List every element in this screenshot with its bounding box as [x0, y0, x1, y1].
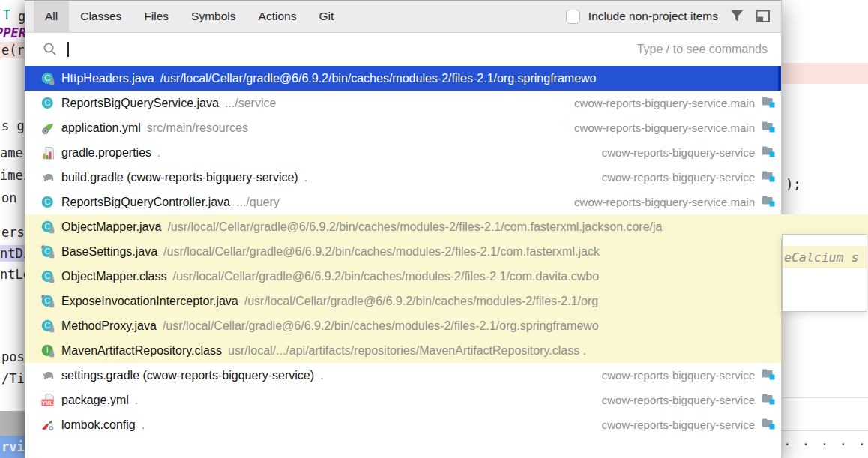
- text-caret: [67, 42, 69, 57]
- class-lock-icon: C: [41, 245, 55, 259]
- svg-text:I: I: [46, 346, 49, 355]
- result-module: cwow-reports-bigquery-service.main: [559, 97, 755, 109]
- result-module: cwow-reports-bigquery-service.main: [559, 196, 755, 208]
- interface-lock-icon: I: [41, 344, 55, 358]
- module-icon: [762, 169, 775, 185]
- filter-icon[interactable]: [729, 10, 744, 23]
- result-name: application.yml: [61, 121, 141, 135]
- hint-popup-text: eCalcium s: [783, 250, 858, 265]
- class-lock-icon: C: [41, 72, 55, 85]
- svg-text:C: C: [45, 197, 51, 206]
- result-path: .: [142, 418, 145, 432]
- result-path: .: [157, 146, 160, 160]
- result-row[interactable]: CExposeInvocationInterceptor.java/usr/lo…: [25, 289, 781, 313]
- result-row[interactable]: CHttpHeaders.java/usr/local/Cellar/gradl…: [25, 66, 781, 91]
- tab-actions[interactable]: Actions: [247, 1, 308, 32]
- ide-screen: { "dialog": { "title": "Search Everywher…: [0, 0, 868, 458]
- search-everywhere-dialog: AllClassesFilesSymbolsActionsGit Include…: [25, 0, 782, 458]
- tab-symbols[interactable]: Symbols: [180, 1, 247, 32]
- include-non-project-checkbox[interactable]: [566, 10, 580, 24]
- result-row[interactable]: lombok.config.cwow-reports-bigquery-serv…: [25, 412, 781, 437]
- properties-icon: [41, 146, 55, 160]
- result-name: MavenArtifactRepository.class: [61, 344, 222, 358]
- result-module: cwow-reports-bigquery-service: [587, 394, 755, 406]
- result-row[interactable]: CObjectMapper.class/usr/local/Cellar/gra…: [25, 264, 781, 289]
- result-name: MethodProxy.java: [61, 319, 157, 333]
- module-icon: [762, 120, 775, 136]
- class-icon: C: [41, 196, 55, 209]
- result-name: ReportsBigQueryService.java: [61, 97, 219, 110]
- result-name: lombok.config: [61, 418, 136, 432]
- module-icon: [762, 392, 775, 408]
- editor-code-fragment: T: [3, 7, 10, 22]
- result-row[interactable]: CMethodProxy.java/usr/local/Cellar/gradl…: [25, 313, 781, 338]
- result-row[interactable]: application.ymlsrc/main/resourcescwow-re…: [25, 115, 781, 140]
- include-non-project-label: Include non-project items: [588, 10, 718, 23]
- result-name: ObjectMapper.class: [61, 270, 167, 283]
- svg-text:YML: YML: [42, 400, 54, 406]
- result-module: cwow-reports-bigquery-service.main: [559, 121, 755, 134]
- result-row[interactable]: build.gradle (cwow-reports-bigquery-serv…: [25, 165, 781, 190]
- result-path: /usr/local/Cellar/gradle@6/6.9.2/bin/cac…: [167, 220, 662, 234]
- tab-classes[interactable]: Classes: [69, 1, 133, 32]
- open-in-find-window-icon[interactable]: [756, 10, 771, 23]
- editor-code-fragment: PPER: [0, 25, 26, 40]
- svg-text:C: C: [45, 98, 51, 107]
- result-path: .: [304, 171, 307, 184]
- result-name: HttpHeaders.java: [61, 72, 154, 85]
- result-path: .: [135, 394, 138, 407]
- module-icon: [762, 417, 775, 433]
- class-icon: C: [41, 97, 55, 110]
- module-icon: [762, 145, 775, 160]
- result-row[interactable]: CBaseSettings.java/usr/local/Cellar/grad…: [25, 239, 781, 264]
- search-hint: Type / to see commands: [637, 43, 768, 56]
- editor-highlight-line: [782, 63, 868, 84]
- result-name: build.gradle (cwow-reports-bigquery-serv…: [61, 171, 298, 184]
- result-row[interactable]: settings.gradle (cwow-reports-bigquery-s…: [25, 363, 781, 388]
- result-path: /usr/local/Cellar/gradle@6/6.9.2/bin/cac…: [160, 72, 597, 85]
- editor-code-fragment: );: [786, 177, 801, 192]
- result-name: gradle.properties: [61, 146, 151, 160]
- tab-all[interactable]: All: [34, 1, 69, 32]
- class-lock-icon: C: [41, 270, 55, 283]
- result-row[interactable]: CObjectMapper.java/usr/local/Cellar/grad…: [25, 214, 868, 239]
- result-row[interactable]: IMavenArtifactRepository.classusr/local/…: [25, 338, 781, 363]
- result-module: cwow-reports-bigquery-service: [587, 418, 755, 431]
- result-module: cwow-reports-bigquery-service: [587, 146, 755, 159]
- search-input[interactable]: Type / to see commands: [25, 33, 781, 66]
- search-icon: [43, 42, 58, 57]
- result-path: /usr/local/Cellar/gradle@6/6.9.2/bin/cac…: [163, 245, 600, 259]
- result-name: ExposeInvocationInterceptor.java: [61, 295, 238, 308]
- module-icon: [762, 95, 775, 111]
- editor-hint-popup: eCalcium s: [782, 234, 867, 312]
- result-path: usr/local/.../api/artifacts/repositories…: [228, 344, 586, 358]
- editor-divider: [782, 430, 868, 431]
- result-path: /usr/local/Cellar/gradle@6/6.9.2/bin/cac…: [244, 295, 598, 308]
- result-row[interactable]: CReportsBigQueryController.java.../query…: [25, 190, 781, 214]
- result-row[interactable]: YMLpackage.yml.cwow-reports-bigquery-ser…: [25, 388, 781, 412]
- spring-icon: [41, 121, 55, 135]
- result-path: .../query: [236, 196, 280, 209]
- result-name: package.yml: [61, 394, 129, 407]
- result-name: BaseSettings.java: [61, 245, 157, 259]
- class-lock-icon: C: [41, 319, 55, 333]
- module-icon: [762, 194, 775, 210]
- result-path: src/main/resources: [147, 121, 248, 135]
- tab-files[interactable]: Files: [133, 1, 180, 32]
- tab-git[interactable]: Git: [307, 1, 345, 32]
- class-lock-icon: C: [41, 295, 55, 308]
- result-name: ObjectMapper.java: [61, 220, 161, 234]
- result-module: cwow-reports-bigquery-service: [587, 171, 755, 184]
- editor-divider: [782, 397, 868, 398]
- result-path: /usr/local/Cellar/gradle@6/6.9.2/bin/cac…: [173, 270, 600, 283]
- gradle-icon: [41, 369, 55, 382]
- editor-dotted-line: . . . . . . . . . .: [784, 436, 868, 448]
- gradle-icon: [41, 171, 55, 184]
- lombok-icon: [41, 418, 55, 432]
- result-name: settings.gradle (cwow-reports-bigquery-s…: [61, 369, 314, 382]
- result-row[interactable]: CReportsBigQueryService.java.../servicec…: [25, 91, 781, 115]
- result-row[interactable]: gradle.properties.cwow-reports-bigquery-…: [25, 140, 781, 165]
- class-lock-icon: C: [41, 220, 55, 234]
- result-module: cwow-reports-bigquery-service: [587, 369, 755, 382]
- module-icon: [762, 367, 775, 383]
